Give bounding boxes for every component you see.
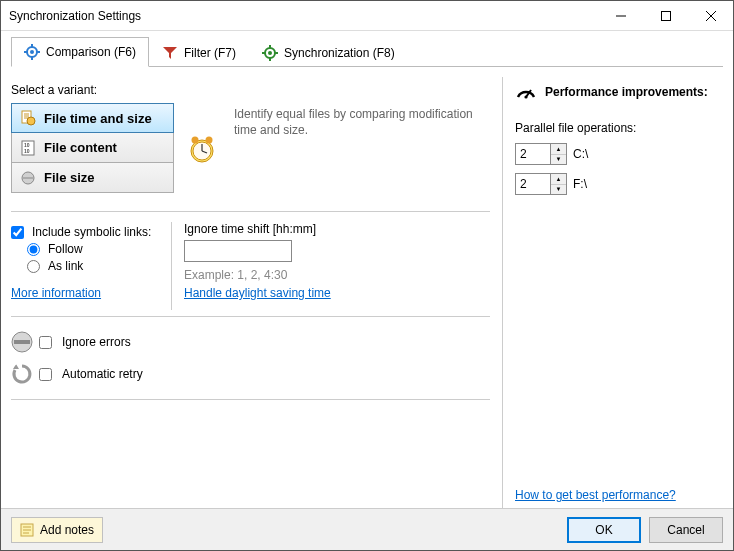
settings-window: Synchronization Settings Comparison (F6)…	[0, 0, 734, 551]
tab-label: Filter (F7)	[184, 46, 236, 60]
parallel-value-0[interactable]	[515, 143, 551, 165]
spin-down-1[interactable]: ▼	[551, 185, 566, 195]
tab-strip: Comparison (F6) Filter (F7) Synchronizat…	[1, 31, 733, 67]
variant-description: Identify equal files by comparing modifi…	[234, 103, 490, 138]
close-button[interactable]	[688, 1, 733, 30]
variant-content[interactable]: 1010 File content	[11, 133, 174, 163]
minimize-button[interactable]	[598, 1, 643, 30]
parallel-value-1[interactable]	[515, 173, 551, 195]
parallel-row-1: ▲ ▼ F:\	[515, 173, 723, 195]
ignore-shift-input[interactable]	[184, 240, 292, 262]
titlebar: Synchronization Settings	[1, 1, 733, 31]
file-content-icon: 1010	[20, 140, 36, 156]
options-grid: Include symbolic links: Follow As link M…	[11, 222, 490, 310]
best-perf-link[interactable]: How to get best performance?	[515, 488, 676, 502]
add-notes-label: Add notes	[40, 523, 94, 537]
ignore-errors-checkbox[interactable]	[39, 336, 52, 349]
retry-icon	[11, 363, 33, 385]
drive-label-0: C:\	[573, 147, 588, 161]
gauge-icon	[515, 81, 537, 103]
include-symlinks-checkbox[interactable]	[11, 226, 24, 239]
svg-marker-10	[163, 47, 177, 59]
tab-label: Comparison (F6)	[46, 45, 136, 59]
variant-label: File time and size	[44, 111, 152, 126]
right-panel: Performance improvements: Parallel file …	[503, 77, 723, 508]
parallel-label: Parallel file operations:	[515, 121, 723, 135]
bottom-bar: Add notes OK Cancel	[1, 508, 733, 550]
spin-up-1[interactable]: ▲	[551, 174, 566, 185]
variant-label: File content	[44, 140, 117, 155]
spin-down-0[interactable]: ▼	[551, 155, 566, 165]
svg-text:10: 10	[24, 148, 30, 154]
select-variant-label: Select a variant:	[11, 83, 490, 97]
file-time-icon	[20, 110, 36, 126]
aslink-label: As link	[48, 259, 83, 273]
file-size-icon	[20, 170, 36, 186]
variant-buttons: File time and size 1010 File content Fil…	[11, 103, 174, 193]
drive-label-1: F:\	[573, 177, 587, 191]
tab-label: Synchronization (F8)	[284, 46, 395, 60]
variant-label: File size	[44, 170, 95, 185]
svg-marker-35	[13, 364, 19, 369]
error-options: Ignore errors Automatic retry	[11, 327, 490, 393]
ignore-errors-icon	[11, 331, 33, 353]
example-text: Example: 1, 2, 4:30	[184, 268, 478, 282]
follow-label: Follow	[48, 242, 83, 256]
aslink-radio[interactable]	[27, 260, 40, 273]
follow-radio[interactable]	[27, 243, 40, 256]
body: Select a variant: File time and size 101…	[1, 67, 733, 508]
variant-size[interactable]: File size	[11, 163, 174, 193]
window-title: Synchronization Settings	[9, 9, 598, 23]
svg-point-21	[27, 117, 35, 125]
funnel-icon	[162, 45, 178, 61]
clock-icon	[188, 134, 220, 166]
svg-point-12	[268, 51, 272, 55]
cancel-button[interactable]: Cancel	[649, 517, 723, 543]
variant-time-size[interactable]: File time and size	[11, 103, 174, 133]
svg-point-5	[30, 50, 34, 54]
sync-gear-icon	[262, 45, 278, 61]
tab-comparison[interactable]: Comparison (F6)	[11, 37, 149, 67]
ok-button[interactable]: OK	[567, 517, 641, 543]
svg-point-32	[206, 137, 213, 144]
notes-icon	[20, 523, 34, 537]
left-panel: Select a variant: File time and size 101…	[11, 77, 503, 508]
perf-title: Performance improvements:	[545, 85, 708, 99]
parallel-row-0: ▲ ▼ C:\	[515, 143, 723, 165]
ignore-errors-label: Ignore errors	[62, 335, 131, 349]
svg-point-37	[524, 95, 527, 98]
auto-retry-checkbox[interactable]	[39, 368, 52, 381]
svg-point-31	[192, 137, 199, 144]
add-notes-button[interactable]: Add notes	[11, 517, 103, 543]
dst-link[interactable]: Handle daylight saving time	[184, 286, 331, 300]
ignore-shift-label: Ignore time shift [hh:mm]	[184, 222, 478, 236]
spin-up-0[interactable]: ▲	[551, 144, 566, 155]
auto-retry-label: Automatic retry	[62, 367, 143, 381]
gear-icon	[24, 44, 40, 60]
tab-sync[interactable]: Synchronization (F8)	[249, 38, 408, 67]
variant-row: File time and size 1010 File content Fil…	[11, 103, 490, 193]
maximize-button[interactable]	[643, 1, 688, 30]
more-information-link[interactable]: More information	[11, 286, 101, 300]
svg-rect-34	[14, 340, 30, 344]
svg-rect-1	[661, 11, 670, 20]
include-symlinks-label: Include symbolic links:	[32, 225, 151, 239]
tab-filter[interactable]: Filter (F7)	[149, 38, 249, 67]
